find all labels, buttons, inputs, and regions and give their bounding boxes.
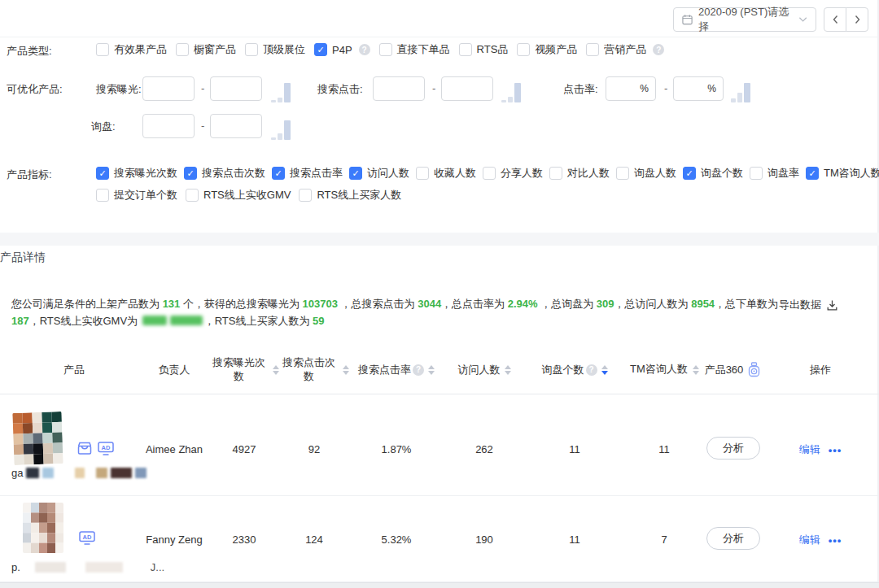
checkbox-label: 分享人数 xyxy=(501,166,543,181)
ctr-min-input[interactable]: % xyxy=(606,76,656,101)
summary-value: 8954 xyxy=(691,298,715,310)
checkbox[interactable] xyxy=(96,189,109,202)
export-data-button[interactable]: 导出数据 xyxy=(779,298,838,312)
ctr-max-input[interactable]: % xyxy=(673,76,724,101)
product-title[interactable]: p. J... xyxy=(11,561,164,573)
checkbox[interactable] xyxy=(750,167,763,180)
checkbox[interactable] xyxy=(517,43,530,56)
analyze-button[interactable]: 分析 xyxy=(706,527,760,550)
month-picker[interactable]: 2020-09 (PST)请选择 xyxy=(673,7,816,32)
sort-icons[interactable] xyxy=(505,365,511,375)
checkbox-item[interactable]: 营销产品? xyxy=(586,42,664,57)
sort-icons[interactable] xyxy=(428,365,435,375)
checkbox-item[interactable]: 询盘人数 xyxy=(616,166,676,181)
checkbox-label: 询盘个数 xyxy=(701,166,743,181)
checkbox[interactable]: ✓ xyxy=(96,167,109,180)
click-min-input[interactable] xyxy=(373,76,425,101)
edit-link[interactable]: 编辑 xyxy=(799,442,820,457)
checkbox[interactable] xyxy=(379,43,392,56)
checkbox-item[interactable]: ✓搜索点击次数 xyxy=(184,166,265,181)
svg-text:AD: AD xyxy=(102,444,111,451)
col-inquiries: 询盘个数 ? xyxy=(527,346,622,394)
sort-icons-active[interactable] xyxy=(601,365,608,375)
checkbox-item[interactable]: ✓P4P? xyxy=(314,43,370,56)
next-month-button[interactable] xyxy=(846,7,868,32)
clicks-cell: 124 xyxy=(272,534,356,546)
checkbox[interactable] xyxy=(186,189,199,202)
checkbox[interactable] xyxy=(416,167,429,180)
edit-link[interactable]: 编辑 xyxy=(799,533,820,547)
product-title[interactable]: ga xyxy=(11,467,146,479)
summary-value: 59 xyxy=(313,315,324,327)
inquiry-max-input[interactable] xyxy=(210,114,262,138)
checkbox-label: 搜索曝光次数 xyxy=(114,166,177,181)
inquiries-cell: 11 xyxy=(527,443,622,455)
checkbox-item[interactable]: 对比人数 xyxy=(549,166,610,181)
checkbox[interactable]: ✓ xyxy=(806,167,819,180)
checkbox-item[interactable]: 收藏人数 xyxy=(416,166,476,181)
checkbox-item[interactable]: ✓搜索曝光次数 xyxy=(96,166,177,181)
metrics-options-line1: ✓搜索曝光次数✓搜索点击次数✓搜索点击率✓访问人数收藏人数分享人数对比人数询盘人… xyxy=(96,166,879,181)
section-title: 产品详情 xyxy=(0,250,46,265)
checkbox-item[interactable]: 视频产品 xyxy=(517,42,577,57)
help-icon[interactable]: ? xyxy=(359,44,370,55)
checkbox-item[interactable]: 顶级展位 xyxy=(245,42,305,57)
checkbox-item[interactable]: 有效果产品 xyxy=(96,42,167,57)
checkbox-item[interactable]: ✓询盘个数 xyxy=(683,166,743,181)
product-image[interactable] xyxy=(23,503,63,553)
checkbox[interactable] xyxy=(483,167,496,180)
product-360-icon[interactable] xyxy=(748,362,760,377)
checkbox[interactable] xyxy=(245,43,258,56)
checkbox-item[interactable]: 分享人数 xyxy=(483,166,543,181)
checkbox-item[interactable]: RTS品 xyxy=(459,42,509,57)
product-image[interactable] xyxy=(12,412,63,465)
prev-month-button[interactable] xyxy=(824,7,846,32)
checkbox-item[interactable]: 直接下单品 xyxy=(379,42,450,57)
checkbox-item[interactable]: 询盘率 xyxy=(750,166,799,181)
ad-badge-icon[interactable]: AD xyxy=(78,530,96,548)
checkbox-label: 视频产品 xyxy=(535,42,577,57)
exposure-max-input[interactable] xyxy=(210,76,262,101)
checkbox[interactable]: ✓ xyxy=(184,167,197,180)
checkbox[interactable] xyxy=(549,167,562,180)
checkbox[interactable]: ✓ xyxy=(272,167,285,180)
click-max-input[interactable] xyxy=(441,76,493,101)
tm-cell: 7 xyxy=(617,534,711,546)
more-actions-button[interactable]: ••• xyxy=(829,534,842,547)
exposure-min-input[interactable] xyxy=(142,76,195,101)
checkbox[interactable] xyxy=(586,43,599,56)
summary-value: 309 xyxy=(597,298,614,310)
showcase-badge-icon[interactable] xyxy=(76,441,94,459)
help-icon[interactable]: ? xyxy=(653,44,664,55)
checkbox-item[interactable]: ✓访问人数 xyxy=(349,166,409,181)
summary-value: 3044 xyxy=(418,298,441,310)
checkbox-item[interactable]: RTS线上实收GMV xyxy=(186,188,291,203)
checkbox[interactable] xyxy=(299,189,312,202)
checkbox[interactable] xyxy=(96,43,109,56)
summary-line-1: 您公司满足条件的上架产品数为 131 个，获得的总搜索曝光为 103703 ，总… xyxy=(11,296,785,312)
checkbox-item[interactable]: RTS线上买家人数 xyxy=(299,188,401,203)
checkbox[interactable]: ✓ xyxy=(683,167,696,180)
analyze-button[interactable]: 分析 xyxy=(706,437,760,460)
summary-text: ，RTS线上实收GMV为 xyxy=(29,315,141,327)
checkbox[interactable] xyxy=(176,43,189,56)
inquiry-min-input[interactable] xyxy=(142,114,195,138)
help-icon[interactable]: ? xyxy=(413,364,424,376)
col-product360: 产品360 xyxy=(693,346,772,394)
checkbox-item[interactable]: 提交订单个数 xyxy=(96,188,177,203)
checkbox-item[interactable]: ✓TM咨询人数 xyxy=(806,166,879,181)
checkbox-item[interactable]: 橱窗产品 xyxy=(176,42,236,57)
checkbox-item[interactable]: ✓搜索点击率 xyxy=(272,166,343,181)
ad-badge-icon[interactable]: AD xyxy=(97,441,115,459)
checkbox[interactable]: ✓ xyxy=(349,167,362,180)
visitors-cell: 190 xyxy=(438,534,531,546)
more-actions-button[interactable]: ••• xyxy=(829,444,842,456)
help-icon[interactable]: ? xyxy=(586,364,597,376)
summary-value: 2.94% xyxy=(508,298,538,310)
bar-chart-icon xyxy=(271,81,291,102)
download-icon xyxy=(826,299,838,311)
checkbox[interactable]: ✓ xyxy=(314,43,327,56)
checkbox-label: RTS线上买家人数 xyxy=(317,188,401,203)
checkbox[interactable] xyxy=(616,167,629,180)
checkbox[interactable] xyxy=(459,43,472,56)
